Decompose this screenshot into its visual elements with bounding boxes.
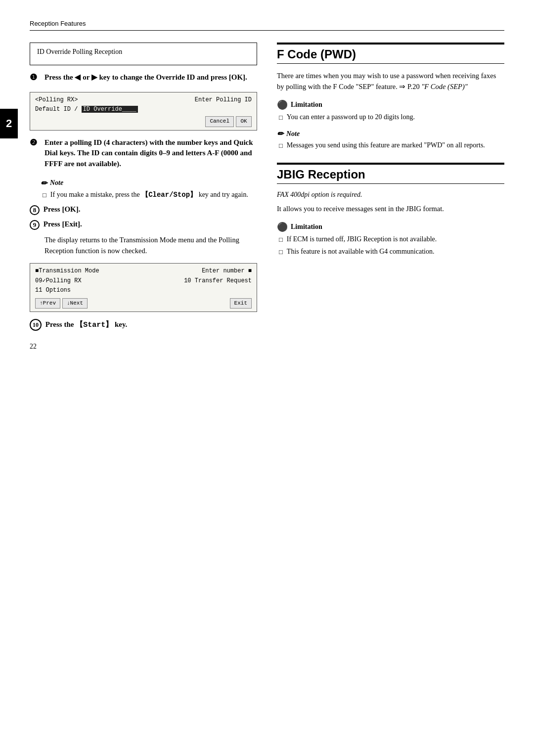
step-10-num: 10 — [30, 319, 42, 331]
fcode-limitation-item: □ You can enter a password up to 20 digi… — [279, 112, 504, 123]
lcd2-row1-left: ■Transmission Mode — [35, 267, 99, 276]
top-bar-title: Reception Features — [30, 20, 86, 27]
lcd1-buttons: Cancel OK — [35, 114, 252, 127]
step-9-label: Press [Exit]. — [44, 220, 82, 228]
lcd2-row3: 11 Options — [35, 286, 252, 295]
lcd1-ok-btn: OK — [236, 116, 252, 127]
id-override-box-title: ID Override Polling Reception — [37, 48, 250, 56]
jbig-limitation-text-1: If ECM is turned off, JBIG Reception is … — [287, 234, 437, 245]
jbig-limit-checkbox-2: □ — [279, 248, 283, 257]
lcd1-cancel-btn: Cancel — [205, 116, 234, 127]
fcode-note-block: ✏ Note □ Messages you send using this fe… — [277, 129, 504, 151]
lcd2-prev-btn: ↑Prev — [35, 298, 60, 309]
lcd2-row2-left: 09✓Polling RX — [35, 276, 82, 286]
lcd2-next-btn: ↓Next — [62, 298, 88, 309]
note-icon-2: ✏ — [41, 178, 47, 188]
note-label-2: Note — [50, 179, 63, 187]
lcd2-exit-btn: Exit — [230, 298, 252, 309]
step-2-content: Enter a polling ID (4 characters) with t… — [44, 137, 257, 172]
step-8-label: Press [OK]. — [44, 205, 81, 213]
step-9-num: 9 — [30, 220, 40, 230]
lcd1-highlight: ID Override____ — [82, 106, 138, 113]
jbig-section-header: JBIG Reception — [277, 163, 504, 184]
lcd-screen-2: ■Transmission Mode Enter number ■ 09✓Pol… — [30, 263, 257, 312]
lcd2-row1-right: Enter number ■ — [202, 267, 252, 276]
jbig-limitation-header: ⚫ Limitation — [277, 222, 504, 232]
step-8: 8 Press [OK]. — [30, 205, 257, 215]
step-1-content: Press the ◀ or ▶ key to change the Overr… — [44, 72, 257, 85]
lcd2-buttons: ↑Prev ↓Next Exit — [35, 295, 252, 309]
step-8-num: 8 — [30, 205, 40, 215]
note-block-2: ✏ Note □ If you make a mistake, press th… — [41, 178, 257, 200]
jbig-limitation-item-2: □ This feature is not available with G4 … — [279, 247, 504, 257]
step-1-num: ❶ — [30, 72, 41, 83]
fcode-note-item: □ Messages you send using this feature a… — [279, 140, 504, 151]
step-2-num: ❷ — [30, 137, 41, 148]
jbig-limit-checkbox-1: □ — [279, 235, 283, 245]
fcode-note-icon: ✏ — [277, 129, 283, 138]
jbig-limitation: ⚫ Limitation □ If ECM is turned off, JBI… — [277, 222, 504, 257]
lcd1-row1-left: <Polling RX> — [35, 95, 78, 105]
top-bar: Reception Features — [30, 20, 504, 31]
fcode-limit-checkbox: □ — [279, 113, 283, 123]
step-9-body: The display returns to the Transmission … — [44, 235, 257, 257]
section-tab: 2 — [0, 109, 18, 138]
lcd-screen-1: <Polling RX> Enter Polling ID Default ID… — [30, 92, 257, 131]
lcd2-row1: ■Transmission Mode Enter number ■ — [35, 267, 252, 276]
jbig-body: It allows you to receive messages sent i… — [277, 204, 504, 215]
page-number: 22 — [30, 343, 37, 351]
step-2: ❷ Enter a polling ID (4 characters) with… — [30, 137, 257, 172]
fcode-note-text: Messages you send using this feature are… — [287, 140, 485, 151]
id-override-box: ID Override Polling Reception — [30, 43, 257, 65]
section-number: 2 — [6, 117, 12, 130]
jbig-limitation-text-2: This feature is not available with G4 co… — [287, 247, 435, 257]
step-9: 9 Press [Exit]. — [30, 220, 257, 230]
fcode-limitation-label: Limitation — [291, 101, 322, 109]
note-item-2: □ If you make a mistake, press the 【Clea… — [43, 190, 257, 200]
note-header-2: ✏ Note — [41, 178, 257, 188]
fcode-limitation: ⚫ Limitation □ You can enter a password … — [277, 99, 504, 123]
limitation-icon-2: ⚫ — [277, 222, 288, 232]
right-column: F Code (PWD) There are times when you ma… — [277, 43, 504, 336]
jbig-limitation-label: Limitation — [291, 223, 322, 231]
checkbox-2: □ — [43, 191, 46, 200]
lcd1-row1-right: Enter Polling ID — [195, 95, 252, 105]
lcd-row-1: <Polling RX> Enter Polling ID — [35, 95, 252, 105]
step-10-label: Press the 【Start】 key. — [45, 320, 128, 328]
step-1-text: Press the ◀ or ▶ key to change the Overr… — [44, 72, 257, 83]
fcode-note-checkbox: □ — [279, 141, 283, 151]
content-columns: ID Override Polling Reception ❶ Press th… — [30, 43, 504, 336]
step-10: 10 Press the 【Start】 key. — [30, 319, 257, 331]
fcode-limitation-text: You can enter a password up to 20 digits… — [287, 112, 415, 123]
note-text-2: If you make a mistake, press the 【Clear/… — [50, 190, 248, 200]
fcode-limitation-header: ⚫ Limitation — [277, 99, 504, 110]
lcd2-row2: 09✓Polling RX 10 Transfer Request — [35, 276, 252, 286]
jbig-limitation-item-1: □ If ECM is turned off, JBIG Reception i… — [279, 234, 504, 245]
limitation-icon-1: ⚫ — [277, 99, 288, 110]
fcode-note-label: Note — [286, 130, 300, 138]
left-column: ID Override Polling Reception ❶ Press th… — [30, 43, 257, 336]
step-1: ❶ Press the ◀ or ▶ key to change the Ove… — [30, 72, 257, 85]
lcd2-row2-right: 10 Transfer Request — [184, 276, 252, 286]
step-2-text: Enter a polling ID (4 characters) with t… — [44, 137, 257, 170]
lcd1-row2: Default ID / ID Override____ — [35, 105, 252, 114]
jbig-italic: FAX 400dpi option is required. — [277, 191, 504, 199]
fcode-note-header: ✏ Note — [277, 129, 504, 138]
fcode-body: There are times when you may wish to use… — [277, 71, 504, 92]
fcode-section-header: F Code (PWD) — [277, 43, 504, 64]
